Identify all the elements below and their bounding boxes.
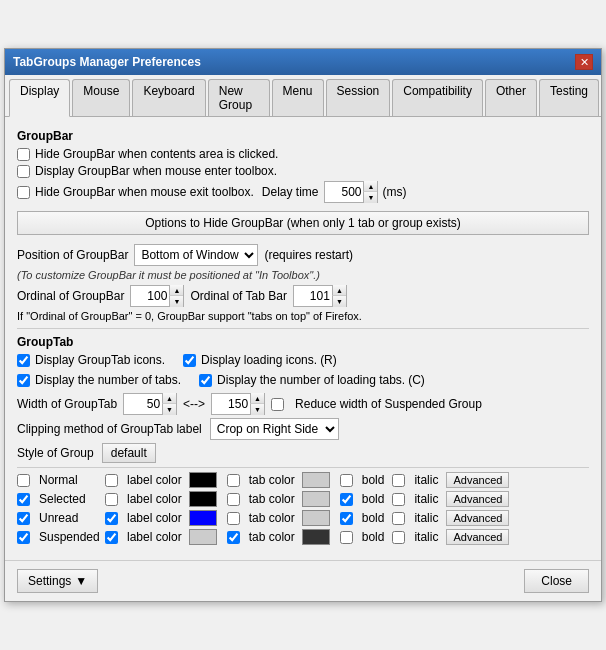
- position-select[interactable]: Bottom of Window In Toolbox Top of Windo…: [134, 244, 258, 266]
- close-button[interactable]: Close: [524, 569, 589, 593]
- window-title: TabGroups Manager Preferences: [13, 55, 201, 69]
- delay-unit: (ms): [382, 185, 406, 199]
- width-max-increment[interactable]: ▲: [250, 393, 264, 404]
- unread-advanced-button[interactable]: Advanced: [446, 510, 509, 526]
- width-label: Width of GroupTab: [17, 397, 117, 411]
- tab-other[interactable]: Other: [485, 79, 537, 116]
- style-default-button[interactable]: default: [102, 443, 156, 463]
- col-bold-normal: bold: [362, 473, 385, 487]
- width-min-spinbox-btns: ▲ ▼: [162, 393, 176, 415]
- normal-label: Normal: [39, 473, 101, 487]
- suspended-enabled-checkbox[interactable]: [17, 531, 30, 544]
- selected-italic-checkbox[interactable]: [392, 493, 405, 506]
- loading-c-label: (C): [408, 373, 425, 387]
- suspended-advanced-button[interactable]: Advanced: [446, 529, 509, 545]
- ordinal-groupbar-decrement[interactable]: ▼: [169, 296, 183, 307]
- delay-input[interactable]: 500: [325, 182, 363, 202]
- normal-advanced-button[interactable]: Advanced: [446, 472, 509, 488]
- arrow-label: <-->: [183, 397, 205, 411]
- styles-section: Normal label color tab color bold italic…: [17, 467, 589, 545]
- unread-tab-color-swatch[interactable]: [302, 510, 330, 526]
- normal-tab-color-checkbox[interactable]: [227, 474, 240, 487]
- display-loading-count-label: Display the number of loading tabs.: [217, 373, 405, 387]
- clip-select[interactable]: Crop on Right Side Crop on Left Side Fad…: [210, 418, 339, 440]
- position-row: Position of GroupBar Bottom of Window In…: [17, 244, 589, 266]
- close-icon[interactable]: ✕: [575, 54, 593, 70]
- display-loading-label: Display loading icons.: [201, 353, 317, 367]
- selected-tab-color-swatch[interactable]: [302, 491, 330, 507]
- selected-tab-color-checkbox[interactable]: [227, 493, 240, 506]
- grouptab-section-label: GroupTab: [17, 335, 589, 349]
- settings-arrow-icon: ▼: [75, 574, 87, 588]
- tab-mouse[interactable]: Mouse: [72, 79, 130, 116]
- normal-label-color-swatch[interactable]: [189, 472, 217, 488]
- hide-groupbar-checkbox[interactable]: [17, 148, 30, 161]
- display-groupbar-mouse-checkbox[interactable]: [17, 165, 30, 178]
- selected-advanced-button[interactable]: Advanced: [446, 491, 509, 507]
- tab-testing[interactable]: Testing: [539, 79, 599, 116]
- grouptab-row2: Display the number of tabs. Display the …: [17, 373, 589, 390]
- normal-label-color-checkbox[interactable]: [105, 474, 118, 487]
- style-row-normal: Normal label color tab color bold italic…: [17, 472, 589, 488]
- normal-enabled-checkbox[interactable]: [17, 474, 30, 487]
- requires-restart-label: (requires restart): [264, 248, 353, 262]
- unread-label-color-checkbox[interactable]: [105, 512, 118, 525]
- groupbar-section-label: GroupBar: [17, 129, 589, 143]
- tab-new-group[interactable]: New Group: [208, 79, 270, 116]
- tab-display[interactable]: Display: [9, 79, 70, 117]
- normal-italic-checkbox[interactable]: [392, 474, 405, 487]
- selected-label-color-checkbox[interactable]: [105, 493, 118, 506]
- selected-bold-checkbox[interactable]: [340, 493, 353, 506]
- unread-bold-checkbox[interactable]: [340, 512, 353, 525]
- col-tab-color-unread: tab color: [249, 511, 295, 525]
- tabs-on-top-note: If "Ordinal of GroupBar" = 0, GroupBar s…: [17, 310, 589, 322]
- display-count-row: Display the number of tabs.: [17, 373, 181, 387]
- display-count-checkbox[interactable]: [17, 374, 30, 387]
- width-min-input[interactable]: [124, 394, 162, 414]
- col-tab-color-selected: tab color: [249, 492, 295, 506]
- selected-label-color-swatch[interactable]: [189, 491, 217, 507]
- col-label-color-normal: label color: [127, 473, 182, 487]
- suspended-label-color-swatch[interactable]: [189, 529, 217, 545]
- tab-menu[interactable]: Menu: [272, 79, 324, 116]
- suspended-bold-checkbox[interactable]: [340, 531, 353, 544]
- width-min-decrement[interactable]: ▼: [162, 404, 176, 415]
- delay-decrement[interactable]: ▼: [363, 192, 377, 203]
- bottom-bar: Settings ▼ Close: [5, 560, 601, 601]
- unread-tab-color-checkbox[interactable]: [227, 512, 240, 525]
- unread-label-color-swatch[interactable]: [189, 510, 217, 526]
- display-icons-checkbox[interactable]: [17, 354, 30, 367]
- hide-groupbar-exit-checkbox[interactable]: [17, 186, 30, 199]
- tab-bar-increment[interactable]: ▲: [332, 285, 346, 296]
- selected-enabled-checkbox[interactable]: [17, 493, 30, 506]
- col-italic-unread: italic: [414, 511, 438, 525]
- col-label-color-unread: label color: [127, 511, 182, 525]
- unread-italic-checkbox[interactable]: [392, 512, 405, 525]
- reduce-width-checkbox[interactable]: [271, 398, 284, 411]
- suspended-label-color-checkbox[interactable]: [105, 531, 118, 544]
- ordinal-groupbar-input[interactable]: [131, 286, 169, 306]
- normal-bold-checkbox[interactable]: [340, 474, 353, 487]
- normal-tab-color-swatch[interactable]: [302, 472, 330, 488]
- tab-keyboard[interactable]: Keyboard: [132, 79, 205, 116]
- ordinal-groupbar-increment[interactable]: ▲: [169, 285, 183, 296]
- suspended-italic-checkbox[interactable]: [392, 531, 405, 544]
- display-loading-checkbox[interactable]: [183, 354, 196, 367]
- width-max-input[interactable]: [212, 394, 250, 414]
- delay-increment[interactable]: ▲: [363, 181, 377, 192]
- hide-groupbar-options-button[interactable]: Options to Hide GroupBar (when only 1 ta…: [17, 211, 589, 235]
- tab-bar: Display Mouse Keyboard New Group Menu Se…: [5, 75, 601, 117]
- suspended-tab-color-swatch[interactable]: [302, 529, 330, 545]
- unread-enabled-checkbox[interactable]: [17, 512, 30, 525]
- tab-compatibility[interactable]: Compatibility: [392, 79, 483, 116]
- width-max-spinbox: ▲ ▼: [211, 393, 265, 415]
- tab-session[interactable]: Session: [326, 79, 391, 116]
- suspended-tab-color-checkbox[interactable]: [227, 531, 240, 544]
- display-loading-count-checkbox[interactable]: [199, 374, 212, 387]
- width-max-decrement[interactable]: ▼: [250, 404, 264, 415]
- settings-button[interactable]: Settings ▼: [17, 569, 98, 593]
- tab-bar-decrement[interactable]: ▼: [332, 296, 346, 307]
- tab-bar-input[interactable]: [294, 286, 332, 306]
- content-area: GroupBar Hide GroupBar when contents are…: [5, 117, 601, 556]
- width-min-increment[interactable]: ▲: [162, 393, 176, 404]
